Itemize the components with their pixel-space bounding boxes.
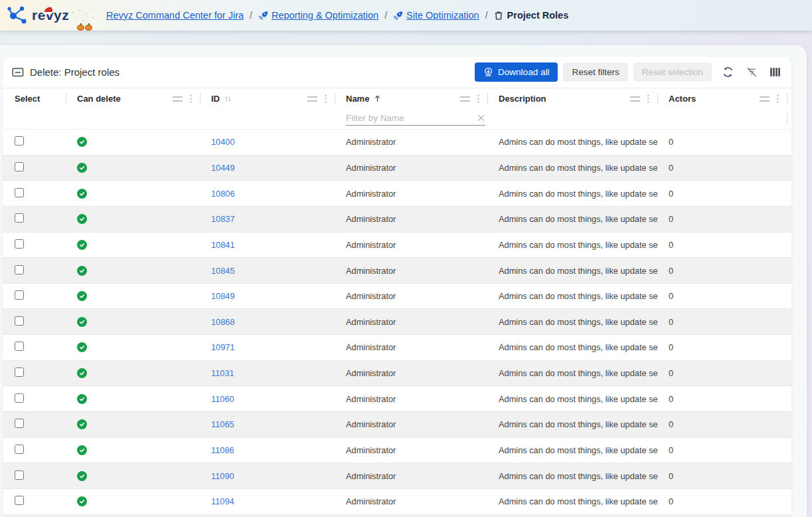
row-id-link[interactable]: 11094 xyxy=(211,496,234,506)
row-checkbox[interactable] xyxy=(15,367,24,377)
row-description: Admins can do most things, like update s… xyxy=(488,471,658,481)
row-checkbox[interactable] xyxy=(15,316,24,326)
can-delete-check-icon xyxy=(77,189,87,199)
rocket-icon xyxy=(393,11,403,21)
row-checkbox[interactable] xyxy=(15,290,24,300)
columns-button[interactable] xyxy=(768,66,782,78)
row-actors: 0 xyxy=(658,496,791,506)
row-checkbox[interactable] xyxy=(15,136,24,146)
download-icon xyxy=(483,67,493,77)
trash-icon xyxy=(494,11,503,21)
row-description: Admins can do most things, like update s… xyxy=(488,266,658,276)
row-description: Admins can do most things, like update s… xyxy=(488,419,658,429)
row-description: Admins can do most things, like update s… xyxy=(488,496,658,506)
name-filter-field[interactable] xyxy=(346,113,485,126)
row-checkbox[interactable] xyxy=(15,445,24,454)
table-row: 11031 Administrator Admins can do most t… xyxy=(3,361,791,387)
row-checkbox[interactable] xyxy=(15,162,24,171)
row-id-link[interactable]: 10806 xyxy=(211,189,235,199)
row-actors: 0 xyxy=(658,266,791,276)
breadcrumb-current-project-roles: Project Roles xyxy=(494,10,569,21)
partial-next-row xyxy=(3,515,791,517)
reset-filters-button[interactable]: Reset filters xyxy=(563,62,627,82)
can-delete-check-icon xyxy=(77,214,87,224)
row-id-link[interactable]: 10837 xyxy=(211,214,235,224)
row-id-link[interactable]: 10849 xyxy=(211,291,235,301)
breadcrumb-link-site-optimization[interactable]: Site Optimization xyxy=(393,10,479,21)
sort-both-icon[interactable] xyxy=(224,95,232,103)
row-checkbox[interactable] xyxy=(15,496,24,505)
refresh-button[interactable] xyxy=(721,65,735,79)
row-description: Admins can do most things, like update s… xyxy=(488,368,658,378)
row-id-link[interactable]: 10841 xyxy=(211,240,235,250)
row-id-link[interactable]: 11065 xyxy=(211,419,234,429)
column-menu-icon[interactable] xyxy=(477,98,479,100)
column-menu-icon[interactable] xyxy=(647,98,649,100)
column-menu-icon[interactable] xyxy=(190,98,192,100)
breadcrumb-separator: / xyxy=(250,10,252,21)
table-row: 11086 Administrator Admins can do most t… xyxy=(3,438,791,464)
download-all-button[interactable]: Download all xyxy=(475,62,558,82)
row-actors: 0 xyxy=(658,317,791,327)
row-name: Administrator xyxy=(335,137,488,147)
column-header-name[interactable]: Name xyxy=(335,88,488,109)
reset-selection-button[interactable]: Reset selection xyxy=(633,62,712,82)
table-row: 10971 Administrator Admins can do most t… xyxy=(3,335,791,361)
card-toolbar: Delete: Project roles Download all Reset… xyxy=(3,56,791,88)
sort-ascending-icon[interactable] xyxy=(373,94,382,103)
filter-menu-icon[interactable] xyxy=(760,96,770,102)
name-filter-input[interactable] xyxy=(346,113,477,123)
row-checkbox[interactable] xyxy=(15,419,24,428)
breadcrumb-link-reporting-optimization[interactable]: Reporting & Optimization xyxy=(258,10,378,21)
table-row: 10841 Administrator Admins can do most t… xyxy=(3,233,791,258)
row-id-link[interactable]: 11031 xyxy=(211,368,234,378)
row-checkbox[interactable] xyxy=(15,213,24,223)
row-checkbox[interactable] xyxy=(15,239,24,249)
row-name: Administrator xyxy=(335,291,488,301)
breadcrumb-link-command-center[interactable]: Revyz Command Center for Jira xyxy=(106,10,244,21)
row-id-link[interactable]: 10449 xyxy=(211,163,235,173)
filter-menu-icon[interactable] xyxy=(460,96,470,102)
table-row: 11065 Administrator Admins can do most t… xyxy=(3,412,791,438)
row-name: Administrator xyxy=(335,214,488,224)
table-row: 11094 Administrator Admins can do most t… xyxy=(3,489,791,515)
column-menu-icon[interactable] xyxy=(325,98,327,100)
row-id-link[interactable]: 11086 xyxy=(211,445,234,455)
clear-filters-button[interactable] xyxy=(744,65,759,79)
column-header-can-delete[interactable]: Can delete xyxy=(66,88,201,109)
rocket-icon xyxy=(258,11,268,21)
row-name: Administrator xyxy=(335,394,488,404)
filter-menu-icon[interactable] xyxy=(173,96,183,102)
row-id-link[interactable]: 10845 xyxy=(211,266,235,276)
breadcrumb-separator: / xyxy=(384,10,387,21)
filter-menu-icon[interactable] xyxy=(630,96,640,102)
row-description: Admins can do most things, like update s… xyxy=(488,445,658,455)
row-id-link[interactable]: 11060 xyxy=(211,394,234,404)
row-id-link[interactable]: 10868 xyxy=(211,317,235,327)
can-delete-check-icon xyxy=(77,163,87,173)
column-header-description[interactable]: Description xyxy=(488,88,658,109)
row-id-link[interactable]: 10400 xyxy=(211,137,235,147)
row-checkbox[interactable] xyxy=(15,393,24,403)
row-checkbox[interactable] xyxy=(15,188,24,197)
row-id-link[interactable]: 11090 xyxy=(211,471,234,481)
table-row: 10400 Administrator Admins can do most t… xyxy=(3,130,791,155)
row-id-link[interactable]: 10971 xyxy=(211,342,235,352)
column-header-actors[interactable]: Actors xyxy=(658,88,791,109)
can-delete-check-icon xyxy=(77,445,87,455)
row-checkbox[interactable] xyxy=(15,470,24,480)
row-actors: 0 xyxy=(658,394,791,404)
table-row: 10449 Administrator Admins can do most t… xyxy=(3,155,791,181)
revyz-logo[interactable]: revyz xyxy=(0,5,101,26)
row-actors: 0 xyxy=(658,189,791,199)
column-menu-icon[interactable] xyxy=(777,98,779,100)
row-checkbox[interactable] xyxy=(15,342,24,351)
table-row: 10806 Administrator Admins can do most t… xyxy=(3,181,791,207)
row-name: Administrator xyxy=(335,189,488,199)
column-header-id[interactable]: ID xyxy=(201,88,335,109)
filter-menu-icon[interactable] xyxy=(307,96,317,102)
row-description: Admins can do most things, like update s… xyxy=(488,240,658,250)
clear-filter-icon[interactable] xyxy=(477,114,485,122)
row-checkbox[interactable] xyxy=(15,265,24,274)
can-delete-check-icon xyxy=(77,240,87,250)
